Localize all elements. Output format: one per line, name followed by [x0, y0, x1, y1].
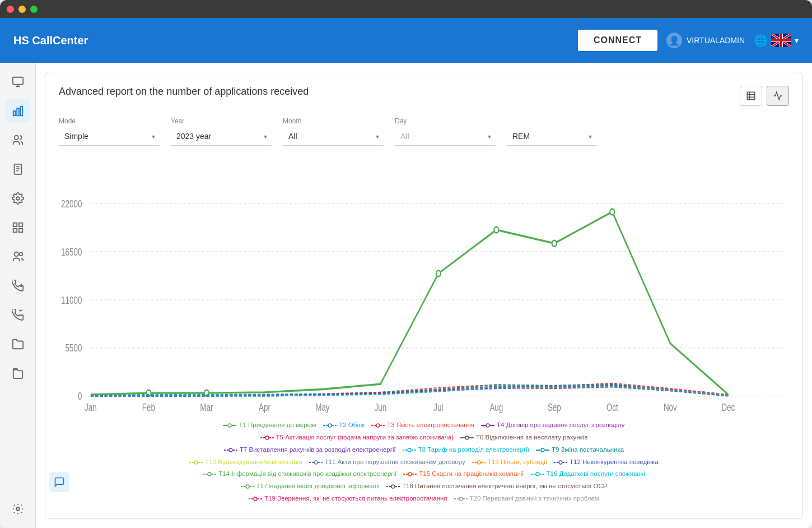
- svg-text:5500: 5500: [65, 343, 82, 354]
- legend-t4: T4 Договір про надання послуг з розподіл…: [481, 419, 624, 432]
- svg-text:Nov: Nov: [664, 402, 677, 413]
- legend-row-7: T19 Звернення, які не стосуються питань …: [59, 493, 789, 505]
- month-select[interactable]: All: [283, 127, 384, 146]
- svg-rect-20: [747, 92, 755, 100]
- connect-button[interactable]: CONNECT: [578, 30, 657, 51]
- lang-dropdown-icon[interactable]: ▾: [795, 36, 799, 45]
- sidebar-item-phone-active[interactable]: [6, 303, 30, 327]
- svg-rect-14: [18, 229, 22, 232]
- svg-text:Mar: Mar: [200, 402, 213, 413]
- app-window: HS CallCenter CONNECT 👤 VIRTUALADMIN 🌐 ▾: [0, 0, 812, 528]
- svg-point-80: [194, 461, 198, 464]
- sidebar-item-monitor[interactable]: [6, 70, 30, 94]
- svg-point-68: [465, 436, 469, 439]
- svg-point-83: [314, 461, 318, 464]
- legend-t16: T16 Додаткові послуги споживачі: [531, 468, 645, 480]
- day-label: Day: [395, 117, 496, 125]
- sidebar-item-notes[interactable]: [6, 157, 30, 182]
- user-section: 👤 VIRTUALADMIN: [666, 33, 745, 48]
- svg-point-53: [228, 424, 231, 427]
- svg-point-92: [208, 473, 211, 476]
- chat-bubble-button[interactable]: [49, 472, 69, 492]
- day-select-wrapper: All: [395, 127, 496, 146]
- titlebar: [0, 0, 812, 18]
- extra-filter: REM: [507, 117, 596, 146]
- chart-svg: .grid-line { stroke: #e0e0e0; stroke-das…: [59, 159, 789, 415]
- year-filter: Year 2021 year 2022 year 2023 year 2024 …: [171, 117, 272, 146]
- svg-text:Jan: Jan: [85, 402, 97, 413]
- svg-text:Aug: Aug: [489, 402, 503, 413]
- month-filter: Month All: [283, 117, 384, 146]
- chart-container: .grid-line { stroke: #e0e0e0; stroke-das…: [59, 159, 789, 415]
- mode-label: Mode: [59, 117, 160, 125]
- legend-t2: T2 Облік: [323, 419, 365, 432]
- svg-point-74: [408, 448, 411, 452]
- year-label: Year: [171, 117, 272, 125]
- svg-text:16500: 16500: [61, 247, 82, 257]
- sidebar-item-gear[interactable]: [6, 186, 30, 211]
- legend-row-2: T5 Активація послуг (подача напруги за з…: [59, 432, 789, 444]
- month-label: Month: [283, 117, 384, 125]
- legend-row-6: T17 Надання іншої довідкової інформації …: [59, 480, 789, 493]
- language-section[interactable]: 🌐 ▾: [754, 34, 799, 47]
- legend-t6: T6 Відключення за несплату рахунків: [460, 432, 587, 444]
- svg-point-56: [328, 424, 332, 427]
- legend-t13: T13 Пільги, субсидії: [472, 456, 547, 469]
- svg-point-48: [436, 271, 441, 277]
- svg-point-86: [477, 461, 480, 464]
- svg-point-50: [552, 240, 557, 247]
- svg-point-95: [408, 473, 412, 476]
- svg-text:22000: 22000: [61, 198, 82, 209]
- view-toggles: [740, 86, 789, 106]
- sidebar-item-settings[interactable]: [6, 497, 30, 521]
- svg-point-104: [391, 485, 395, 488]
- sidebar-item-folder[interactable]: [6, 332, 30, 356]
- sidebar-item-folders[interactable]: [6, 361, 30, 386]
- legend-t8: T8 Тариф на розподіл електроенергії: [403, 444, 529, 456]
- extra-select[interactable]: REM: [507, 127, 596, 146]
- sidebar-item-phone-add[interactable]: [6, 274, 30, 298]
- svg-rect-11: [13, 223, 16, 226]
- svg-point-77: [541, 448, 544, 452]
- sidebar-item-dashboard[interactable]: [6, 215, 30, 240]
- sidebar-item-contacts[interactable]: [6, 128, 30, 152]
- maximize-button[interactable]: [30, 6, 38, 13]
- svg-text:11000: 11000: [61, 295, 82, 305]
- svg-point-15: [14, 252, 18, 256]
- mode-select[interactable]: Simple Advanced: [59, 127, 160, 146]
- content-area: Advanced report on the number of applica…: [36, 63, 812, 528]
- svg-point-62: [486, 424, 489, 427]
- svg-rect-2: [13, 111, 15, 115]
- close-button[interactable]: [7, 6, 14, 13]
- year-select[interactable]: 2021 year 2022 year 2023 year 2024 year: [171, 127, 272, 146]
- svg-point-101: [246, 485, 249, 488]
- legend-t19: T19 Звернення, які не стосуються питань …: [249, 493, 447, 505]
- legend-row-3: T7 Виставлення рахунків за розподіл елек…: [59, 444, 789, 456]
- legend-t7: T7 Виставлення рахунків за розподіл елек…: [224, 444, 396, 456]
- svg-point-19: [16, 507, 20, 511]
- day-select[interactable]: All: [395, 127, 496, 146]
- svg-text:Jun: Jun: [375, 402, 387, 413]
- svg-point-49: [494, 227, 498, 233]
- minimize-button[interactable]: [18, 6, 26, 13]
- svg-point-10: [16, 197, 20, 200]
- svg-point-59: [376, 424, 380, 427]
- sidebar-item-team[interactable]: [6, 244, 30, 269]
- sidebar-item-charts[interactable]: [6, 99, 30, 123]
- legend-t14: T14 Інформація від споживачів про крадіж…: [203, 468, 396, 480]
- legend-t11: T11 Акти про порушення споживачем догово…: [309, 456, 465, 469]
- legend-t5: T5 Активація послуг (подача напруги за з…: [260, 432, 454, 444]
- app-logo: HS CallCenter: [13, 34, 88, 47]
- svg-text:Sep: Sep: [548, 402, 561, 413]
- header-right: CONNECT 👤 VIRTUALADMIN 🌐 ▾: [578, 30, 799, 51]
- svg-text:Apr: Apr: [259, 402, 270, 413]
- table-view-button[interactable]: [740, 86, 762, 106]
- report-header: Advanced report on the number of applica…: [59, 86, 789, 106]
- svg-point-107: [254, 497, 257, 501]
- chart-view-button[interactable]: [767, 86, 789, 106]
- extra-label: [507, 117, 596, 125]
- legend-row-5: T14 Інформація від споживачів про крадіж…: [59, 468, 789, 480]
- legend-t9: T9 Зміна постачальника: [536, 444, 624, 456]
- chart-legend: T1 Приєднання до мережі T2 Облік T3 Якіс…: [59, 419, 789, 505]
- mode-filter: Mode Simple Advanced: [59, 117, 160, 146]
